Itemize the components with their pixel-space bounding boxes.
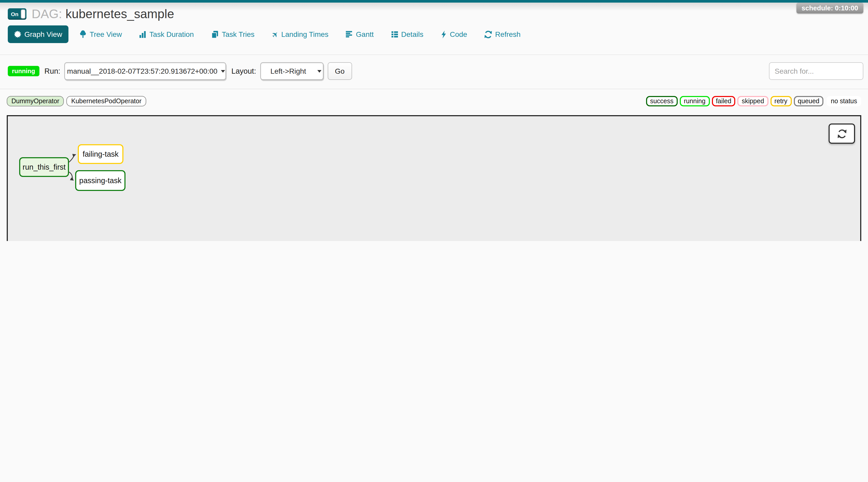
legend-operator-dummy: DummyOperator [7,96,64,107]
tab-task-tries[interactable]: Task Tries [205,25,261,43]
legend-status-failed: failed [712,96,736,107]
tab-label: Tree View [90,30,122,38]
bar-chart-icon [139,31,146,38]
legend-status-skipped: skipped [738,96,768,107]
tab-code[interactable]: Code [434,25,473,43]
legend-row: DummyOperator KubernetesPodOperator succ… [7,93,861,109]
certificate-icon [14,31,21,38]
edge-run-to-failing [69,155,76,162]
legend-status-success: success [646,96,677,107]
task-node-failing-task[interactable]: failing-task [78,144,123,164]
divider [0,89,868,89]
tab-label: Gantt [356,30,374,38]
dag-name: kubernetes_sample [66,7,174,21]
dag-on-off-toggle[interactable]: On [8,8,26,20]
top-accent-bar [0,0,868,3]
th-list-icon [391,31,398,38]
dag-prefix-label: DAG: [32,7,62,21]
schedule-badge: schedule: 0:10:00 [797,3,863,13]
legend-status-no-status: no status [827,96,861,107]
chevron-down-icon [316,70,323,72]
tree-icon [79,30,87,38]
toggle-on-label: On [11,11,19,17]
tab-graph-view[interactable]: Graph View [8,25,68,43]
run-status-badge: running [8,66,39,76]
run-label: Run: [44,67,60,75]
airflow-graph-view-page: schedule: 0:10:00 On DAG: kubernetes_sam… [0,0,868,241]
dag-graph-canvas[interactable]: run_this_first failing-task passing-task [7,115,861,241]
titlebar: On DAG: kubernetes_sample [8,3,860,25]
plane-icon: ✈ [270,29,280,39]
tab-label: Details [401,30,423,38]
chevron-down-icon [220,70,227,72]
legend-operator-kubernetespod: KubernetesPodOperator [67,96,146,107]
refresh-icon [484,30,492,38]
tab-label: Task Tries [222,30,255,38]
task-node-passing-task[interactable]: passing-task [75,170,125,191]
edge-run-to-passing [69,172,73,180]
divider [0,55,868,55]
search-input[interactable] [769,62,863,80]
legend-status-running: running [680,96,710,107]
tab-landing-times[interactable]: ✈ Landing Times [266,25,335,43]
tab-tree-view[interactable]: Tree View [73,25,128,43]
legend-status-queued: queued [794,96,824,107]
bolt-icon [440,30,447,38]
go-button[interactable]: Go [328,62,352,80]
run-select[interactable]: manual__2018-02-07T23:57:20.913672+00:00 [65,62,226,80]
dag-edges [8,116,860,241]
tab-label: Graph View [24,30,62,38]
copy-icon [211,30,219,38]
task-node-run-this-first[interactable]: run_this_first [19,157,69,177]
tab-task-duration[interactable]: Task Duration [133,25,200,43]
layout-select-value: Left->Right [261,67,316,75]
tab-label: Refresh [495,30,521,38]
tab-label: Code [450,30,467,38]
refresh-icon [837,129,846,138]
align-left-icon [346,31,353,38]
run-select-value: manual__2018-02-07T23:57:20.913672+00:00 [65,67,220,75]
tab-label: Task Duration [149,30,194,38]
toggle-knob[interactable] [21,9,25,19]
layout-select[interactable]: Left->Right [260,62,323,80]
tab-gantt[interactable]: Gantt [339,25,380,43]
run-controls: running Run: manual__2018-02-07T23:57:20… [8,59,863,84]
view-nav: Graph View Tree View Task Duration [8,25,860,43]
graph-refresh-button[interactable] [829,123,855,144]
tab-label: Landing Times [281,30,329,38]
layout-label: Layout: [231,67,256,75]
tab-details[interactable]: Details [384,25,430,43]
legend-status-retry: retry [770,96,792,107]
tab-refresh[interactable]: Refresh [478,25,527,43]
page-title: DAG: kubernetes_sample [32,7,174,21]
